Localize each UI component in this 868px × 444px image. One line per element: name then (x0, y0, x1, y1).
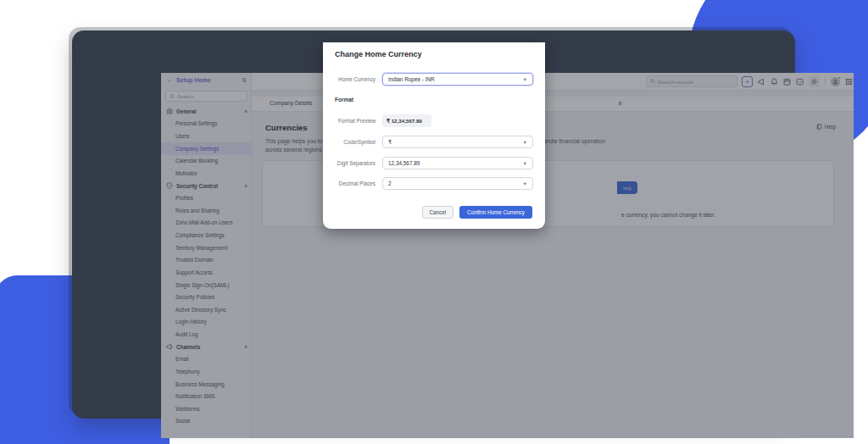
modal-title: Change Home Currency (335, 50, 422, 58)
cancel-button[interactable]: Cancel (422, 206, 454, 219)
decimal-places-label: Decimal Places (326, 180, 376, 186)
chevron-down-icon: ▼ (523, 161, 527, 166)
code-symbol-select[interactable]: ₹ ▼ (382, 136, 533, 148)
chevron-down-icon: ▼ (523, 77, 527, 82)
digit-separators-label: Digit Separators (326, 160, 376, 166)
page: ← Setup Home ⇅ General ∧ Personal Settin… (0, 0, 868, 444)
format-preview-value: ₹ 12,34,567.89 (382, 114, 431, 127)
confirm-home-currency-button[interactable]: Confirm Home Currency (459, 206, 532, 219)
code-symbol-label: Code/Symbol (326, 139, 376, 145)
format-preview-label: Format Preview (326, 118, 376, 124)
chevron-down-icon: ▼ (523, 181, 527, 186)
decimal-places-select[interactable]: 2 ▼ (382, 177, 533, 190)
home-currency-select[interactable]: Indian Rupee - INR ▼ (382, 73, 533, 86)
change-home-currency-modal: Change Home Currency Home Currency India… (323, 42, 545, 229)
digit-separators-select[interactable]: 12,34,567.89 ▼ (382, 157, 533, 169)
modal-buttons: Cancel Confirm Home Currency (422, 206, 533, 219)
chevron-down-icon: ▼ (523, 140, 527, 145)
home-currency-label: Home Currency (326, 76, 376, 82)
format-section-label: Format (335, 97, 353, 103)
